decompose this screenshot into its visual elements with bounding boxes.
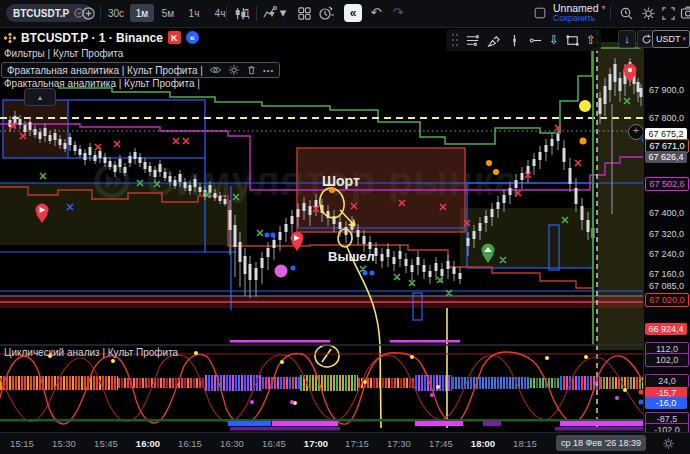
more-options-icon[interactable]: •••	[263, 64, 274, 77]
timeframe-1m[interactable]: 1м	[130, 4, 154, 22]
drawing-annotations-yellow[interactable]	[315, 186, 447, 428]
legend-symbol-title: BTCUSDT.P · 1 · Binance	[21, 31, 163, 45]
osc-level-label: 24,0	[645, 374, 689, 388]
osc-histogram-segment	[452, 377, 530, 389]
price-tick: 67 240,0	[649, 249, 684, 259]
currency-chevron-icon: ▾	[682, 35, 686, 43]
replay-datetime-box: ср 18 Фев '26 18:39	[556, 435, 646, 451]
time-tick: 16:00	[128, 438, 168, 449]
timeframe-5m[interactable]: 5м	[156, 4, 180, 22]
camera-snapshot-icon[interactable]	[680, 5, 690, 21]
arrow-down-tool-icon[interactable]: ⇩	[549, 33, 559, 48]
lines-tool-icon[interactable]	[465, 33, 480, 48]
time-tick: 18:00	[463, 438, 503, 449]
replay-date-label: ср 18 Фев '26	[561, 438, 616, 448]
time-tick: 17:00	[296, 438, 336, 449]
symbol-label: BTCUSDT.P	[13, 8, 69, 19]
magenta-strip	[230, 340, 330, 343]
drag-handle-icon[interactable]	[451, 33, 459, 47]
chart-style-icon[interactable]	[232, 5, 248, 21]
quick-search-icon[interactable]	[618, 5, 634, 21]
arrow-up-tool-icon[interactable]: ⇧	[586, 33, 596, 48]
pin-marker-green[interactable]	[482, 244, 495, 264]
red-level-label: 67 020,0	[645, 293, 689, 307]
symbol-legend-row[interactable]: BTCUSDT.P · 1 · Binance K «	[4, 30, 280, 45]
indicator-label: Фрактальная аналитика | Культ Профита |	[7, 64, 203, 77]
price-tick: 67 800,0	[649, 113, 684, 123]
layout-name-widget[interactable]: Unnamed ▾ Сохранить	[553, 3, 606, 23]
osc-histogram-segment	[358, 378, 415, 388]
time-tick: 17:15	[337, 438, 377, 449]
currency-label: USDT	[656, 34, 681, 44]
horizontal-ray-tool-icon[interactable]	[528, 33, 543, 48]
settings-gear-icon[interactable]	[640, 5, 656, 21]
toolbar-separator	[610, 6, 611, 21]
price-axis[interactable]: 67 900,0 67 800,0 67 675,2 67 671,0 67 6…	[643, 27, 690, 432]
rectangle-tool-icon[interactable]	[565, 33, 580, 48]
brush-tool-icon[interactable]	[486, 33, 501, 48]
timeframe-30s[interactable]: 30с	[104, 4, 128, 22]
chart-legend: BTCUSDT.P · 1 · Binance K « Фильтры | Ку…	[4, 30, 280, 90]
undo-icon[interactable]: ↶	[368, 5, 384, 21]
indicator-settings-gear-icon[interactable]	[228, 64, 240, 76]
price-tick: 67 085,0	[649, 281, 684, 291]
layout-chevron-icon[interactable]: ▾	[602, 3, 606, 13]
save-layout-link[interactable]: Сохранить	[553, 13, 606, 23]
pin-marker-red[interactable]	[624, 64, 637, 84]
time-tick: 16:30	[212, 438, 252, 449]
redo-icon[interactable]: ↷	[390, 5, 406, 21]
indicator-row-filters[interactable]: Фильтры | Культ Профита	[4, 47, 280, 60]
time-tick: 15:30	[44, 438, 84, 449]
indicators-icon[interactable]	[262, 5, 278, 21]
oscillator-bottom-strips	[0, 419, 643, 431]
timeframe-1h[interactable]: 1ч	[182, 4, 206, 22]
price-tick: 67 160,0	[649, 269, 684, 279]
layout-save-icon[interactable]	[533, 6, 547, 20]
legend-collapse-button[interactable]: ▴	[24, 88, 56, 106]
eye-icon[interactable]	[209, 64, 222, 76]
kult-profita-badge: K	[168, 31, 181, 44]
add-alert-plus-icon[interactable]: +	[628, 124, 644, 140]
vertical-line-tool-icon[interactable]	[507, 33, 522, 48]
scroll-to-recent-icon[interactable]: ↓	[618, 30, 636, 48]
toolbar-separator	[100, 6, 101, 21]
binance-logo-icon	[4, 32, 16, 44]
toolbar-separator	[256, 6, 257, 21]
osc-histogram-segment	[560, 376, 600, 390]
layout-grid-icon[interactable]	[296, 5, 312, 21]
trash-icon[interactable]	[246, 64, 257, 76]
pin-marker-red[interactable]	[291, 232, 304, 252]
time-tick: 17:30	[379, 438, 419, 449]
crosshair-price-label: 67 626,4	[645, 151, 687, 163]
time-tick: 15:15	[2, 438, 42, 449]
pin-marker-red[interactable]	[36, 204, 49, 224]
currency-toggle-button[interactable]: USDT ▾	[652, 30, 690, 48]
osc-histogram-segment	[118, 378, 205, 388]
indicator-row-fractal-selected[interactable]: Фрактальная аналитика | Культ Профита | …	[4, 62, 280, 75]
replay-button[interactable]: «	[344, 4, 362, 22]
watermark-logo-icon	[92, 161, 132, 201]
timeframe-group: 30с 1м 5м 1ч 4ч Д ▾	[104, 4, 284, 22]
timeframe-4h[interactable]: 4ч	[208, 4, 232, 22]
time-tick: 18:15	[505, 438, 545, 449]
top-toolbar: BTCUSDT.P 30с 1м 5м 1ч 4ч Д ▾ ▾ « ↶ ↷ Un…	[0, 0, 690, 28]
osc-histogram-segment	[205, 375, 262, 391]
time-tick: 17:45	[421, 438, 461, 449]
compare-add-icon[interactable]	[80, 5, 96, 21]
annotation-exit[interactable]: Вышел	[328, 249, 375, 264]
indicators-chevron-icon[interactable]: ▾	[278, 5, 288, 21]
replay-active-badge: «	[186, 31, 199, 44]
time-tick: 15:45	[86, 438, 126, 449]
osc-histogram-segment	[600, 377, 643, 389]
fullscreen-icon[interactable]	[660, 5, 676, 21]
time-tick: 16:45	[254, 438, 294, 449]
annotation-short[interactable]: Шорт	[322, 173, 360, 189]
price-tick: 67 320,0	[649, 229, 684, 239]
magenta-level-label: 67 502,6	[645, 177, 689, 191]
alert-clock-icon[interactable]	[318, 5, 334, 21]
price-tick: 67 400,0	[649, 208, 684, 218]
time-axis-settings-icon[interactable]	[662, 437, 675, 450]
time-axis[interactable]: 15:15 15:30 15:45 16:00 16:15 16:30 16:4…	[0, 432, 690, 454]
collapse-chevron-icon: ▴	[38, 93, 42, 102]
oscillator-indicator-label[interactable]: Циклический анализ | Культ Профита	[4, 347, 178, 358]
